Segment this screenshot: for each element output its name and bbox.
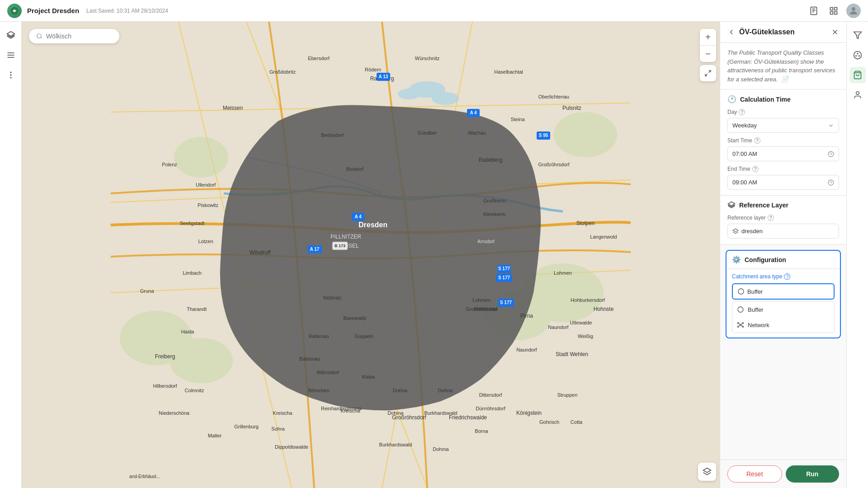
svg-point-15 — [10, 72, 11, 73]
section-title: Calculation Time — [740, 96, 791, 103]
user-avatar[interactable] — [846, 4, 861, 18]
catchment-selected[interactable]: Buffer — [732, 283, 835, 300]
config-title: Configuration — [745, 256, 786, 263]
svg-text:Burkhardswald: Burkhardswald — [379, 442, 412, 447]
svg-text:Heidenau: Heidenau — [474, 306, 497, 312]
svg-point-32 — [554, 112, 617, 157]
day-dropdown[interactable]: Weekday — [727, 118, 839, 133]
svg-point-144 — [738, 307, 743, 312]
panel-title: ÖV-Güteklassen — [739, 28, 827, 36]
svg-line-152 — [739, 325, 740, 327]
svg-point-145 — [740, 324, 741, 326]
svg-text:Königstein: Königstein — [516, 410, 542, 416]
svg-text:Haselbachtal: Haselbachtal — [494, 69, 523, 75]
svg-text:Radeberg: Radeberg — [479, 157, 503, 163]
sidebar-layers-btn[interactable] — [3, 27, 19, 43]
svg-text:Langenwold: Langenwold — [590, 234, 617, 239]
svg-text:Börnchen: Börnchen — [308, 388, 329, 393]
end-time-input[interactable]: 09:00 AM — [727, 175, 839, 190]
topbar-grid-icon[interactable] — [826, 4, 841, 18]
section-header: 🕐 Calculation Time — [727, 95, 839, 103]
svg-text:Hilbersdorf: Hilbersdorf — [153, 383, 177, 389]
palette-icon-btn[interactable] — [849, 47, 866, 63]
svg-text:Ebersdorf: Ebersdorf — [308, 56, 330, 61]
topbar: Project Dresden Last Saved: 10:31 AM 28/… — [0, 0, 868, 22]
svg-text:and-Erbhäusl...: and-Erbhäusl... — [129, 474, 160, 479]
dropdown-item-buffer[interactable]: Buffer — [732, 302, 834, 317]
zoom-out-button[interactable]: − — [700, 46, 716, 62]
clock-icon — [828, 179, 834, 186]
svg-point-14 — [10, 75, 11, 75]
map-container[interactable]: Dresden Rödern Ebersdorf Würschnitz Rade… — [22, 22, 720, 488]
svg-text:Hohburkersdorf: Hohburkersdorf — [571, 297, 605, 303]
svg-text:Dohma: Dohma — [433, 446, 449, 452]
svg-text:PILLNITZER: PILLNITZER — [330, 234, 361, 240]
search-icon — [36, 33, 42, 40]
person-icon-btn[interactable] — [849, 87, 866, 103]
svg-text:Kreischa: Kreischa — [273, 410, 293, 416]
svg-point-155 — [854, 52, 861, 59]
svg-text:Oberlichtenau: Oberlichtenau — [538, 94, 570, 99]
svg-text:Rabenau: Rabenau — [309, 333, 329, 339]
svg-text:Seeligstadt: Seeligstadt — [180, 221, 204, 226]
end-time-help-icon[interactable]: ? — [752, 166, 759, 172]
svg-line-153 — [741, 325, 742, 327]
panel-close-button[interactable] — [831, 28, 839, 36]
start-time-input[interactable]: 07:00 AM — [727, 146, 839, 161]
sidebar-menu-btn[interactable] — [3, 67, 19, 83]
filter-icon-btn[interactable] — [849, 27, 866, 43]
catchment-help-icon[interactable]: ? — [784, 273, 790, 280]
start-time-help-icon[interactable]: ? — [754, 137, 760, 144]
svg-text:Wilsdruff: Wilsdruff — [250, 249, 271, 256]
svg-text:Pulsnitz: Pulsnitz — [562, 105, 581, 111]
last-saved: Last Saved: 10:31 AM 28/10/2024 — [86, 8, 168, 14]
run-button[interactable]: Run — [786, 465, 840, 483]
right-panel: ÖV-Güteklassen The Public Transport Qual… — [720, 22, 846, 488]
main-area: Dresden Rödern Ebersdorf Würschnitz Rade… — [0, 22, 868, 488]
svg-point-132 — [37, 34, 41, 38]
svg-text:Dohna: Dohna — [438, 388, 453, 393]
search-input[interactable] — [46, 33, 112, 40]
panel-footer: Reset Run — [720, 460, 846, 488]
bag-icon-btn[interactable] — [849, 67, 866, 83]
svg-text:Meissen: Meissen — [223, 105, 243, 111]
end-time-label: End Time ? — [727, 166, 839, 172]
svg-text:Malter: Malter — [208, 433, 222, 438]
svg-text:Borna: Borna — [475, 428, 488, 434]
svg-text:A 13: A 13 — [379, 74, 388, 79]
catchment-dropdown[interactable]: Buffer Buffer — [732, 283, 835, 333]
svg-text:Würschnitz: Würschnitz — [415, 56, 440, 61]
svg-text:Grillenburg: Grillenburg — [234, 424, 259, 429]
dropdown-item-network[interactable]: Network — [732, 317, 834, 333]
clock-icon — [828, 151, 834, 157]
svg-point-148 — [737, 326, 739, 328]
svg-rect-7 — [830, 11, 833, 14]
topbar-doc-icon[interactable] — [807, 4, 821, 18]
svg-marker-142 — [733, 229, 738, 232]
ref-layer-help-icon[interactable]: ? — [768, 215, 774, 221]
svg-text:Steina: Steina — [510, 117, 525, 122]
catchment-area-type-label: Catchment area type ? — [732, 273, 835, 280]
svg-point-16 — [10, 77, 11, 78]
map-search-bar[interactable] — [29, 29, 119, 43]
reset-button[interactable]: Reset — [727, 465, 782, 483]
reference-layer-dropdown[interactable]: dresden — [727, 224, 839, 239]
svg-text:Bannewitz: Bannewitz — [344, 315, 367, 321]
svg-text:Lohmen: Lohmen — [554, 270, 572, 276]
sidebar-list-btn[interactable] — [3, 47, 19, 63]
far-right-toolbar — [846, 22, 868, 488]
svg-text:Dresden: Dresden — [359, 221, 387, 229]
map-expand-button[interactable] — [700, 65, 716, 81]
svg-rect-5 — [830, 7, 833, 10]
panel-back-button[interactable] — [727, 28, 736, 36]
ref-layer-value: dresden — [732, 228, 763, 235]
map-layers-button[interactable] — [698, 463, 716, 481]
panel-header: ÖV-Güteklassen — [720, 22, 846, 43]
reference-layer-header: Reference Layer — [727, 201, 839, 209]
svg-point-9 — [852, 7, 855, 11]
svg-text:Pirna: Pirna — [520, 313, 533, 319]
svg-point-157 — [855, 56, 856, 56]
zoom-in-button[interactable]: + — [700, 29, 716, 45]
day-help-icon[interactable]: ? — [739, 109, 745, 115]
svg-point-149 — [742, 326, 744, 328]
